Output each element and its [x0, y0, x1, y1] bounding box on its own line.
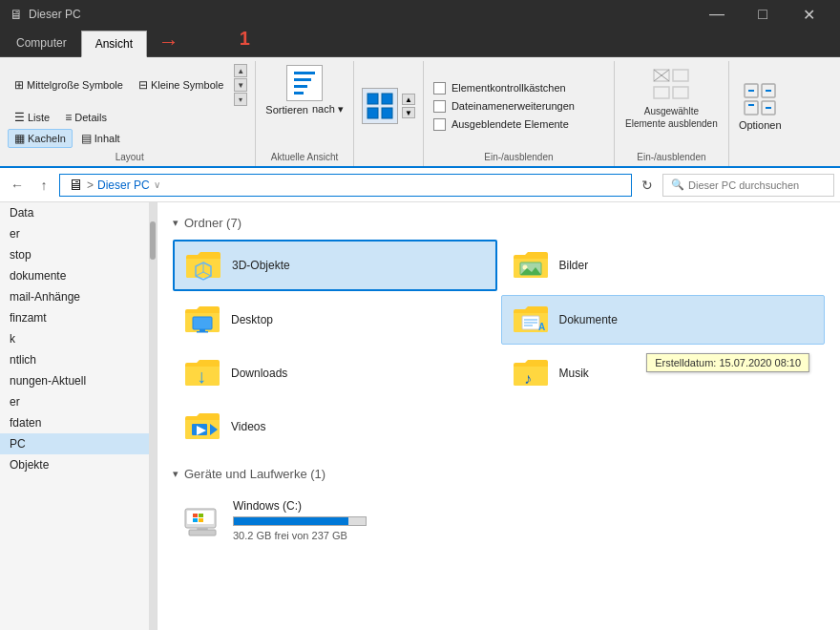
ribbon-tabs: Computer Ansicht → 1 [0, 29, 840, 57]
path-drive-icon: 🖥 [68, 177, 83, 194]
folder-item-desktop[interactable]: Desktop [173, 295, 497, 345]
drives-section-header[interactable]: ▾ Geräte und Laufwerke (1) [173, 467, 825, 481]
sidebar-item-ntlich[interactable]: ntlich [0, 349, 157, 370]
details-button[interactable]: ≡ Details [58, 108, 114, 127]
refresh-button[interactable]: ↻ [636, 174, 659, 197]
folder-svg-3d [184, 249, 222, 282]
layout-group: ⊞ Mittelgroße Symbole ⊟ Kleine Symbole ▲… [4, 61, 256, 166]
layout-row-1: ⊞ Mittelgroße Symbole ⊟ Kleine Symbole ▲… [8, 63, 247, 107]
sort-line-4 [294, 92, 304, 94]
sidebar-item-finanzamt[interactable]: finzamt [0, 307, 157, 328]
ausgeblendet-checkbox[interactable]: Ausgeblendete Elemente [433, 118, 604, 131]
view-dropdown-down[interactable]: ▼ [402, 107, 415, 118]
sidebar-item-objekte[interactable]: Objekte [0, 454, 157, 475]
einausblenden-label: Ein-/ausblenden [615, 152, 728, 162]
inhalt-button[interactable]: ▤ Inhalt [74, 129, 127, 148]
sidebar-item-k[interactable]: k [0, 328, 157, 349]
inhalt-icon: ▤ [81, 132, 92, 145]
sidebar-item-nungen-aktuell[interactable]: nungen-Aktuell [0, 370, 157, 391]
svg-rect-6 [654, 87, 669, 98]
folders-section-title: Ordner (7) [184, 216, 242, 230]
back-button[interactable]: ← [6, 174, 29, 197]
title-bar: 🖥 Dieser PC — □ ✕ [0, 0, 840, 29]
content-area: ▾ Ordner (7) [158, 202, 840, 630]
folder-label-musik: Musik [559, 367, 589, 380]
drive-item-windows-c[interactable]: Windows (C:) 30.2 GB frei von 237 GB [173, 491, 825, 550]
folder-item-3d-objekte[interactable]: 3D-Objekte [173, 240, 497, 291]
folder-label-desktop: Desktop [231, 313, 273, 326]
folder-icon-musik: ♪ [512, 357, 550, 389]
drive-info-windows-c: Windows (C:) 30.2 GB frei von 237 GB [233, 499, 367, 541]
hideshow-group-label: Ein-/ausblenden [424, 152, 614, 162]
maximize-button[interactable]: □ [741, 0, 785, 29]
folder-item-downloads[interactable]: ↓ Downloads [173, 348, 497, 398]
sidebar-item-data[interactable]: Data [0, 202, 157, 223]
svg-rect-40 [199, 514, 203, 517]
path-chevron[interactable]: ∨ [154, 179, 160, 190]
search-input[interactable] [688, 179, 826, 191]
sidebar-scrollbar[interactable] [149, 202, 157, 630]
scroll-up-button[interactable]: ▲ [234, 64, 247, 77]
sidebar: Data er stop dokumente mail-Anhänge finz… [0, 202, 158, 630]
ausgewaehlte-button[interactable] [647, 65, 695, 103]
up-button[interactable]: ↑ [32, 174, 55, 197]
folder-icon-downloads: ↓ [183, 357, 221, 389]
folder-label-bilder: Bilder [559, 259, 589, 272]
options-group: Optionen [729, 61, 791, 166]
elementkontroll-box [433, 82, 446, 94]
address-path[interactable]: 🖥 > Dieser PC ∨ [59, 174, 632, 197]
view-dropdown-up[interactable]: ▲ [402, 94, 415, 105]
path-segment[interactable]: Dieser PC [97, 178, 150, 192]
sidebar-item-er[interactable]: er [0, 223, 157, 244]
title-bar-title: Dieser PC [29, 8, 695, 21]
folder-icon-desktop [183, 304, 221, 336]
tab-computer[interactable]: Computer [2, 30, 81, 56]
drive-icon-windows-c [183, 501, 221, 539]
tab-ansicht[interactable]: Ansicht → 1 [81, 31, 147, 57]
sidebar-item-er2[interactable]: er [0, 391, 157, 412]
sidebar-item-daten[interactable]: fdaten [0, 412, 157, 433]
svg-rect-41 [193, 518, 198, 522]
sort-lines-icon [290, 68, 319, 98]
drives-section-title: Geräte und Laufwerke (1) [184, 467, 326, 481]
view-large-button[interactable] [362, 88, 398, 124]
sidebar-item-dokumente[interactable]: dokumente [0, 265, 157, 286]
layout-items: ⊞ Mittelgroße Symbole ⊟ Kleine Symbole ▲… [8, 63, 247, 164]
folders-section-header[interactable]: ▾ Ordner (7) [173, 216, 825, 230]
scroll-down-button[interactable]: ▼ [234, 78, 247, 92]
svg-rect-3 [382, 108, 392, 118]
sortieren-nach-button[interactable]: Sortieren nach ▾ [265, 103, 344, 116]
sort-line-3 [294, 85, 307, 88]
elementkontroll-checkbox[interactable]: Elementkontrollkästchen [433, 82, 604, 94]
folder-item-dokumente[interactable]: A Dokumente Erstelldatum: 15.07.2020 08:… [501, 295, 826, 345]
svg-rect-42 [199, 518, 203, 522]
svg-rect-5 [673, 70, 688, 81]
dateinamenerw-checkbox[interactable]: Dateinamenerweiterungen [433, 100, 604, 113]
sort-group-label: Aktuelle Ansicht [256, 152, 353, 162]
minimize-button[interactable]: — [695, 0, 739, 29]
folder-item-videos[interactable]: Videos [173, 402, 497, 452]
drive-free-label: 30.2 GB frei von 237 GB [233, 530, 367, 541]
sort-button[interactable] [286, 65, 323, 101]
optionen-button[interactable]: Optionen [739, 81, 782, 131]
layout-group-label: Layout [4, 152, 255, 162]
layout-row-2: ☰ Liste ≡ Details [8, 107, 247, 128]
svg-rect-2 [368, 108, 378, 118]
folder-icon-3d-objekte [184, 249, 222, 282]
sidebar-item-pc[interactable]: PC [0, 433, 157, 454]
folder-item-bilder[interactable]: Bilder [501, 240, 826, 291]
svg-text:↓: ↓ [197, 366, 206, 387]
folder-icon-videos [183, 410, 221, 443]
liste-button[interactable]: ☰ Liste [8, 108, 56, 127]
sidebar-item-mail-anhaenge[interactable]: mail-Anhänge [0, 286, 157, 307]
sidebar-item-stop[interactable]: stop [0, 244, 157, 265]
close-button[interactable]: ✕ [787, 0, 830, 29]
kacheln-button[interactable]: ▦ Kacheln [8, 129, 73, 148]
drive-name-windows-c: Windows (C:) [233, 499, 367, 513]
folder-svg-desktop [183, 304, 221, 336]
mittelgrosse-symbole-button[interactable]: ⊞ Mittelgroße Symbole [8, 75, 130, 94]
kleine-symbole-button[interactable]: ⊟ Kleine Symbole [132, 75, 230, 94]
layout-scroll: ▲ ▼ ▾ [234, 64, 247, 106]
scroll-expand-button[interactable]: ▾ [234, 93, 247, 106]
search-box[interactable]: 🔍 [662, 174, 834, 197]
